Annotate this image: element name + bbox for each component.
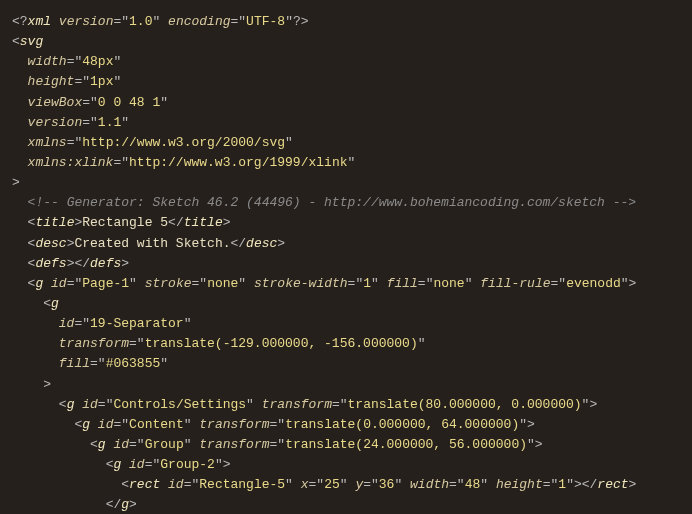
svg-viewbox: 0 0 48 1: [98, 95, 160, 110]
xml-version: 1.0: [129, 14, 152, 29]
g-sep-id: 19-Separator: [90, 316, 184, 331]
code-block: <?xml version="1.0" encoding="UTF-8"?> <…: [12, 12, 680, 514]
title-text: Rectangle 5: [82, 215, 168, 230]
comment: Generator: Sketch 46.2 (44496) - http://…: [59, 195, 613, 210]
xml-encoding: UTF-8: [246, 14, 285, 29]
svg-xlink: http://www.w3.org/1999/xlink: [129, 155, 347, 170]
g-group-id: Group: [145, 437, 184, 452]
g-group2-id: Group-2: [160, 457, 215, 472]
svg-version: 1.1: [98, 115, 121, 130]
rect-id: Rectangle-5: [199, 477, 285, 492]
desc-text: Created with Sketch.: [74, 236, 230, 251]
svg-xmlns: http://www.w3.org/2000/svg: [82, 135, 285, 150]
svg-height: 1px: [90, 74, 113, 89]
g-page-id: Page-1: [82, 276, 129, 291]
svg-width: 48px: [82, 54, 113, 69]
g-controls-id: Controls/Settings: [113, 397, 246, 412]
g-content-id: Content: [129, 417, 184, 432]
